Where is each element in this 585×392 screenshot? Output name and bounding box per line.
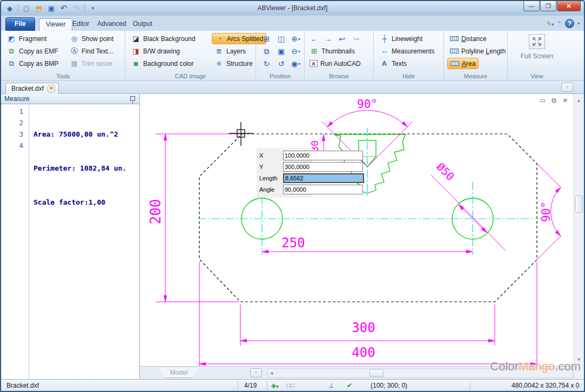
- trim-raster-button[interactable]: ▦ Trim raster: [67, 58, 116, 69]
- document-tab-close-icon[interactable]: ✕: [48, 85, 55, 92]
- resize-grip[interactable]: ⋰: [576, 383, 582, 390]
- dim-bottom-label: 300: [352, 320, 375, 335]
- x-field[interactable]: [283, 151, 363, 160]
- tab-output[interactable]: Output: [126, 18, 159, 31]
- length-label: Length: [259, 175, 283, 181]
- measurements-button[interactable]: ↔ Measurements: [377, 45, 437, 57]
- scroll-left-icon[interactable]: ◄: [269, 369, 274, 377]
- pencil-edit-icon[interactable]: ✎▾: [547, 20, 554, 28]
- group-hide: ┼ Lineweight ↔ Measurements A Texts Hide: [374, 31, 444, 80]
- measure-panel-title: Measure: [4, 95, 30, 103]
- group-browse: ← → ↩ ↪ ⊞ Thumbnails Run AutoCAD Browse: [305, 31, 374, 80]
- fit-to-screen-icon[interactable]: ▣: [274, 45, 288, 57]
- snap-marker-icon[interactable]: ◈●: [271, 382, 279, 389]
- group-tools: ◩ Fragment ⧉ Copy as EMF ⧉ Copy as BMP ◎…: [1, 31, 125, 80]
- texts-button[interactable]: A Texts: [377, 58, 409, 69]
- dimension-400: 400: [199, 262, 537, 366]
- close-button[interactable]: ✕: [557, 1, 581, 11]
- find-text-icon: Ⓐ: [70, 46, 79, 56]
- minimize-ribbon-icon[interactable]: ⌃: [557, 21, 562, 26]
- vertical-scroll-thumb[interactable]: [575, 195, 583, 213]
- black-background-button[interactable]: ◪ Black Background: [129, 33, 198, 44]
- group-measure: Distance Polyline Length Area Measure: [444, 31, 508, 80]
- forward-icon[interactable]: →: [322, 33, 334, 45]
- layers-button[interactable]: ≣ Layers: [212, 45, 248, 57]
- help-icon[interactable]: ?: [565, 19, 574, 28]
- panel-expand-chevron-icon[interactable]: ▾: [561, 83, 573, 92]
- y-field[interactable]: [283, 162, 363, 172]
- status-bar: Bracket.dxf 4/19 ◈● ∷∷ ⊥ ✔ (100; 300; 0)…: [1, 379, 584, 392]
- mdi-restore-icon[interactable]: ⧉: [550, 97, 558, 104]
- fragment-button[interactable]: ◩ Fragment: [4, 33, 49, 44]
- group-label-browse: Browse: [305, 73, 373, 79]
- zoom-out-icon[interactable]: ⊖▾: [288, 45, 303, 57]
- group-label-view: View: [508, 73, 566, 79]
- bw-drawing-button[interactable]: ◨ B/W drawing: [129, 45, 183, 57]
- scroll-up-icon[interactable]: ▲: [576, 96, 581, 105]
- distance-icon: [450, 36, 459, 41]
- tab-model[interactable]: Model: [159, 368, 198, 378]
- back-icon[interactable]: ←: [308, 33, 320, 45]
- horizontal-scroll-thumb[interactable]: [369, 369, 384, 377]
- ortho-icon[interactable]: ⊥: [328, 382, 334, 389]
- canvas-wrap: 200 30 90°: [140, 94, 574, 379]
- dim-angle-top-label: 90°: [357, 98, 378, 111]
- vertical-scrollbar[interactable]: ▲ ▼: [574, 94, 584, 379]
- copy-emf-icon: ⧉: [7, 47, 16, 56]
- title-bar: ◆ ▢ ⬒ ▣ ↶ ↷ ▾ ABViewer - [Bracket.dxf] —…: [1, 1, 584, 16]
- measure-panel-header[interactable]: Measure: [1, 94, 139, 104]
- lineweight-button[interactable]: ┼ Lineweight: [377, 33, 425, 44]
- refresh-view-icon[interactable]: ↺: [274, 58, 288, 70]
- mdi-close-icon[interactable]: ✕: [561, 97, 569, 104]
- distance-button[interactable]: Distance: [447, 33, 489, 44]
- structure-button[interactable]: ※ Structure: [212, 58, 255, 69]
- document-tab-label: Bracket.dxf: [11, 85, 44, 92]
- pan-window-icon[interactable]: ⊞: [259, 33, 274, 45]
- restore-button[interactable]: ❐: [540, 1, 556, 11]
- pin-icon[interactable]: [130, 96, 135, 101]
- full-screen-button[interactable]: Full Screen: [517, 34, 556, 60]
- ribbon-tab-row: File Viewer Editor Advanced Output ✎▾ ⌃ …: [1, 16, 584, 31]
- status-filename: Bracket.dxf: [6, 382, 39, 389]
- thumbnails-button[interactable]: ⊞ Thumbnails: [307, 45, 358, 57]
- arcs-splitted-icon: ◔: [215, 35, 224, 43]
- osnap-icon[interactable]: ✔: [347, 382, 352, 389]
- main-area: Measure 1 2 3 4 Area: 75000,00 un.^2 Per…: [1, 94, 584, 379]
- polyline-length-button[interactable]: Polyline Length: [447, 45, 508, 57]
- run-autocad-button[interactable]: Run AutoCAD: [307, 58, 364, 69]
- zoom-window-icon[interactable]: ◫: [274, 33, 288, 45]
- status-coordinates: (100; 300; 0): [371, 382, 407, 389]
- angle-field[interactable]: [283, 185, 363, 194]
- copy-as-emf-button[interactable]: ⧉ Copy as EMF: [4, 45, 61, 57]
- measure-results-text: Area: 75000,00 un.^2 Perimeter: 1082,84 …: [29, 104, 126, 379]
- find-text-button[interactable]: Ⓐ Find Text...: [67, 45, 116, 57]
- next-view-icon[interactable]: ↪: [350, 33, 362, 45]
- measure-panel-body[interactable]: 1 2 3 4 Area: 75000,00 un.^2 Perimeter: …: [1, 104, 139, 379]
- prev-view-icon[interactable]: ↩: [336, 33, 348, 45]
- layout-chevron-icon[interactable]: ▾: [250, 368, 262, 377]
- group-label-tools: Tools: [1, 73, 125, 79]
- zoom-in-icon[interactable]: ⊕▾: [288, 33, 303, 45]
- zoom-custom-icon[interactable]: ◉▾: [288, 58, 303, 70]
- group-position: ⊞ ◫ ⊕▾ ⧉ ▣ ⊖▾ ↻ ↺ ◉▾ Position: [256, 31, 305, 80]
- minimize-button[interactable]: —: [523, 1, 540, 11]
- length-field[interactable]: [283, 173, 364, 183]
- background-color-button[interactable]: ◙ Background color: [129, 58, 196, 69]
- help-dropdown-icon[interactable]: ▾: [577, 21, 580, 26]
- document-tab-bracket[interactable]: Bracket.dxf ✕: [5, 83, 59, 94]
- drawing-canvas[interactable]: 200 30 90°: [140, 94, 574, 366]
- dim-width-label: 400: [352, 345, 375, 360]
- tab-file[interactable]: File: [5, 17, 35, 31]
- coordinate-popup: X Y Length Angle: [257, 148, 312, 198]
- document-tab-bar: Bracket.dxf ✕ ▾: [1, 81, 584, 94]
- area-button[interactable]: Area: [447, 58, 479, 69]
- show-point-button[interactable]: ◎ Show point: [67, 33, 116, 44]
- measurements-icon: ↔: [380, 47, 389, 55]
- copy-view-icon[interactable]: ⧉: [259, 45, 274, 57]
- copy-as-bmp-button[interactable]: ⧉ Copy as BMP: [4, 58, 61, 69]
- grid-icon[interactable]: ∷∷: [286, 382, 294, 389]
- full-screen-icon: [529, 34, 545, 49]
- mdi-minimize-icon[interactable]: ▭: [539, 97, 547, 104]
- rotate-angle-icon[interactable]: ↻: [259, 58, 274, 70]
- lineweight-icon: ┼: [380, 35, 389, 43]
